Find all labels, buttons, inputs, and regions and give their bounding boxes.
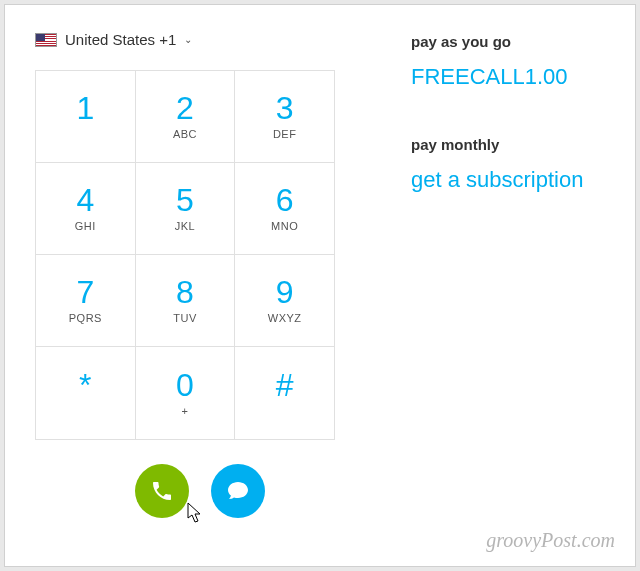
keypad: 1 2ABC 3DEF 4GHI 5JKL 6MNO 7PQRS 8TUV 9W… <box>35 70 335 440</box>
key-8[interactable]: 8TUV <box>136 255 236 347</box>
key-2[interactable]: 2ABC <box>136 71 236 163</box>
cursor-icon <box>187 502 205 524</box>
key-4[interactable]: 4GHI <box>36 163 136 255</box>
subscription-link[interactable]: get a subscription <box>411 167 583 193</box>
flag-icon <box>35 33 57 47</box>
dialer-panel: United States +1 ⌄ 1 2ABC 3DEF 4GHI 5JKL… <box>35 31 365 540</box>
key-7[interactable]: 7PQRS <box>36 255 136 347</box>
chat-icon <box>226 479 250 503</box>
key-9[interactable]: 9WXYZ <box>235 255 334 347</box>
country-selector[interactable]: United States +1 ⌄ <box>35 31 365 48</box>
dialer-window: United States +1 ⌄ 1 2ABC 3DEF 4GHI 5JKL… <box>4 4 636 567</box>
key-hash[interactable]: # <box>235 347 334 439</box>
chat-button[interactable] <box>211 464 265 518</box>
action-buttons <box>35 464 365 518</box>
key-0[interactable]: 0+ <box>136 347 236 439</box>
chevron-down-icon: ⌄ <box>184 34 192 45</box>
key-star[interactable]: * <box>36 347 136 439</box>
payg-link[interactable]: FREECALL1.00 <box>411 64 583 90</box>
key-5[interactable]: 5JKL <box>136 163 236 255</box>
phone-icon <box>150 479 174 503</box>
key-3[interactable]: 3DEF <box>235 71 334 163</box>
key-6[interactable]: 6MNO <box>235 163 334 255</box>
pricing-panel: pay as you go FREECALL1.00 pay monthly g… <box>365 31 583 540</box>
call-button[interactable] <box>135 464 189 518</box>
payg-heading: pay as you go <box>411 33 583 50</box>
monthly-heading: pay monthly <box>411 136 583 153</box>
key-1[interactable]: 1 <box>36 71 136 163</box>
country-label: United States +1 <box>65 31 176 48</box>
watermark: groovyPost.com <box>486 529 615 552</box>
